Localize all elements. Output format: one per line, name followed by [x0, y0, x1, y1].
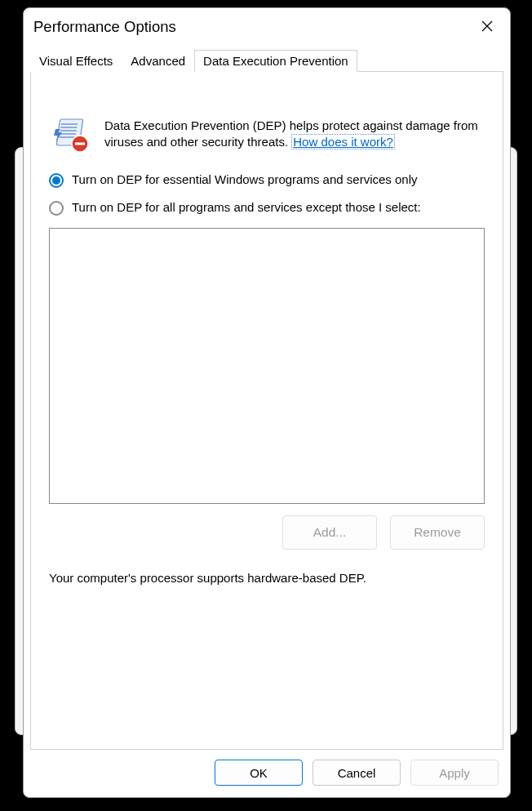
close-button[interactable] — [471, 13, 503, 39]
dep-tab-panel: Data Execution Prevention (DEP) helps pr… — [30, 71, 503, 750]
how-does-it-work-link[interactable]: How does it work? — [291, 134, 395, 149]
radio-label-essential: Turn on DEP for essential Windows progra… — [72, 172, 434, 188]
dep-radio-group: Turn on DEP for essential Windows progra… — [49, 172, 485, 216]
remove-button[interactable]: Remove — [390, 515, 485, 550]
radio-button-icon — [49, 201, 64, 216]
performance-options-dialog: Performance Options Visual Effects Advan… — [23, 7, 511, 798]
close-icon — [481, 20, 493, 32]
tab-data-execution-prevention[interactable]: Data Execution Prevention — [194, 50, 357, 72]
ok-button[interactable]: OK — [215, 760, 303, 786]
svg-rect-9 — [75, 143, 85, 145]
tab-visual-effects[interactable]: Visual Effects — [30, 50, 122, 72]
dep-shield-icon — [51, 118, 90, 154]
window-title: Performance Options — [33, 16, 471, 36]
add-button[interactable]: Add... — [282, 515, 377, 550]
radio-option-all-except[interactable]: Turn on DEP for all programs and service… — [49, 199, 485, 216]
dep-status-text: Your computer's processor supports hardw… — [49, 571, 485, 585]
dep-exception-listbox[interactable] — [49, 228, 485, 504]
cancel-button[interactable]: Cancel — [313, 760, 401, 786]
titlebar: Performance Options — [24, 8, 510, 44]
apply-button[interactable]: Apply — [410, 760, 499, 786]
radio-label-all-except: Turn on DEP for all programs and service… — [72, 199, 437, 216]
tab-advanced[interactable]: Advanced — [122, 50, 194, 72]
tab-strip: Visual Effects Advanced Data Execution P… — [24, 44, 510, 71]
radio-option-essential[interactable]: Turn on DEP for essential Windows progra… — [49, 172, 485, 188]
radio-button-icon — [49, 173, 64, 188]
dep-intro-text: Data Execution Prevention (DEP) helps pr… — [104, 118, 485, 151]
dialog-button-row: OK Cancel Apply — [24, 750, 510, 797]
